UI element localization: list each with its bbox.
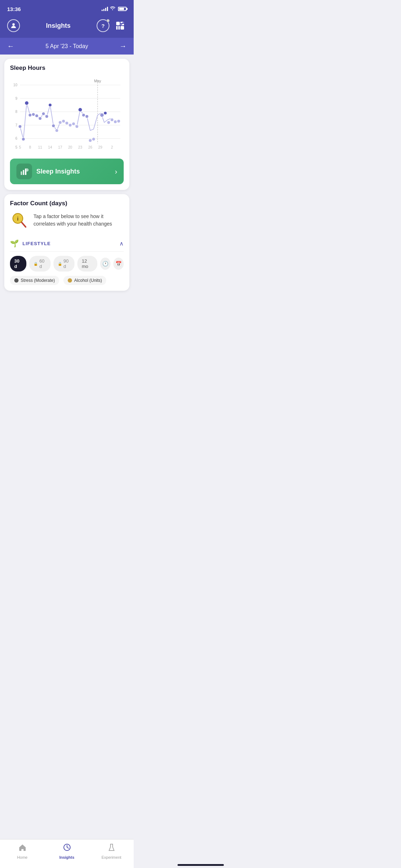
svg-point-46	[110, 118, 113, 121]
svg-point-35	[68, 123, 72, 126]
svg-text:5: 5	[19, 145, 21, 149]
period-clock-button[interactable]: 🕐	[100, 258, 110, 270]
svg-rect-60	[23, 170, 24, 175]
period-selector: 30 d 🔒 60 d 🔒 90 d 12 mo 🕐 📅	[10, 256, 124, 272]
stress-factor-chip[interactable]: Stress (Moderate)	[10, 276, 59, 285]
svg-point-20	[18, 125, 21, 128]
svg-text:8: 8	[15, 110, 17, 114]
svg-point-39	[82, 113, 85, 117]
svg-point-31	[55, 129, 58, 132]
svg-text:7: 7	[15, 123, 17, 127]
factor-count-card: Factor Count (days) i Tap a factor below…	[4, 194, 129, 291]
notification-dot	[106, 19, 110, 22]
svg-point-45	[107, 121, 110, 124]
period-calendar-button[interactable]: 📅	[113, 258, 124, 270]
period-60d-button[interactable]: 🔒 60 d	[29, 256, 51, 272]
svg-point-29	[48, 103, 52, 107]
wifi-icon	[110, 6, 116, 12]
stress-factor-dot	[14, 278, 19, 283]
svg-point-0	[12, 23, 15, 26]
svg-rect-1	[116, 22, 120, 25]
svg-point-38	[78, 108, 82, 112]
calendar-icon: 📅	[115, 261, 122, 267]
svg-point-27	[42, 112, 45, 115]
svg-point-42	[92, 138, 95, 141]
svg-point-47	[114, 120, 117, 123]
svg-text:26: 26	[88, 145, 92, 149]
svg-point-26	[38, 117, 42, 120]
main-content: Sleep Hours 10 9 8 7 6 5 May	[0, 55, 134, 328]
alcohol-factor-chip[interactable]: Alcohol (Units)	[63, 276, 106, 285]
header-actions: ?	[97, 19, 127, 32]
sleep-insights-button[interactable]: Sleep Insights ›	[10, 159, 124, 184]
status-icons	[102, 6, 127, 12]
svg-point-44	[104, 112, 107, 115]
svg-rect-6	[120, 26, 124, 30]
next-date-button[interactable]: →	[119, 42, 127, 50]
svg-point-48	[117, 119, 120, 123]
factor-info: i Tap a factor below to see how it corre…	[10, 211, 124, 230]
svg-point-23	[29, 113, 32, 117]
svg-text:8: 8	[29, 145, 31, 149]
svg-point-43	[100, 113, 104, 117]
svg-point-22	[25, 101, 29, 105]
svg-point-21	[22, 138, 25, 141]
period-12mo-button[interactable]: 12 mo	[77, 256, 97, 272]
prev-date-button[interactable]: ←	[7, 42, 14, 50]
lifestyle-collapse-icon[interactable]: ∧	[119, 240, 124, 247]
svg-point-37	[75, 125, 78, 128]
svg-text:6: 6	[15, 136, 17, 140]
page-title: Insights	[46, 22, 71, 30]
svg-point-30	[52, 124, 55, 127]
svg-point-34	[65, 122, 68, 125]
svg-point-28	[45, 115, 48, 118]
help-button[interactable]: ?	[97, 19, 109, 32]
svg-line-65	[21, 222, 26, 227]
svg-text:11: 11	[38, 145, 42, 149]
clock-icon: 🕐	[102, 261, 108, 267]
svg-text:i: i	[17, 216, 19, 222]
date-range: 5 Apr '23 - Today	[46, 43, 88, 50]
svg-text:9: 9	[15, 97, 17, 100]
period-90d-button[interactable]: 🔒 90 d	[53, 256, 75, 272]
alcohol-factor-label: Alcohol (Units)	[74, 278, 102, 283]
lock-60d-icon: 🔒	[34, 262, 38, 266]
lifestyle-label: LIFESTYLE	[22, 241, 51, 246]
svg-point-41	[88, 139, 92, 142]
sleep-insights-icon	[16, 164, 32, 179]
svg-text:May: May	[94, 79, 101, 83]
svg-text:5: 5	[15, 145, 17, 149]
date-navigation: ← 5 Apr '23 - Today →	[0, 38, 134, 55]
svg-point-24	[32, 113, 35, 116]
svg-point-25	[35, 114, 38, 117]
svg-point-33	[62, 119, 65, 123]
sleep-chart-title: Sleep Hours	[10, 64, 124, 72]
sleep-insights-chevron-icon: ›	[115, 167, 117, 176]
status-bar: 13:36	[0, 0, 134, 16]
svg-text:20: 20	[68, 145, 72, 149]
factor-chips-row: Stress (Moderate) Alcohol (Units)	[10, 276, 124, 285]
svg-rect-59	[21, 171, 22, 175]
svg-point-36	[72, 122, 75, 125]
avatar-button[interactable]	[7, 19, 20, 32]
svg-text:14: 14	[48, 145, 52, 149]
factor-info-icon: i	[10, 211, 29, 230]
signal-icon	[102, 7, 108, 11]
lock-90d-icon: 🔒	[58, 262, 62, 266]
period-30d-button[interactable]: 30 d	[10, 256, 26, 272]
header: Insights ?	[0, 16, 134, 38]
alcohol-factor-dot	[68, 278, 72, 283]
layout-button[interactable]	[114, 19, 127, 32]
svg-text:17: 17	[58, 145, 62, 149]
svg-rect-5	[118, 26, 120, 30]
sleep-hours-card: Sleep Hours 10 9 8 7 6 5 May	[4, 59, 129, 190]
stress-factor-label: Stress (Moderate)	[21, 278, 55, 283]
lifestyle-section: 🌱 LIFESTYLE ∧	[10, 236, 124, 252]
svg-point-32	[58, 121, 62, 124]
sleep-chart: 10 9 8 7 6 5 May	[10, 76, 124, 154]
svg-point-40	[85, 115, 88, 118]
lifestyle-plant-icon: 🌱	[10, 239, 19, 248]
factor-info-text: Tap a factor below to see how it correla…	[34, 211, 124, 228]
svg-text:10: 10	[13, 83, 17, 87]
svg-text:23: 23	[78, 145, 82, 149]
